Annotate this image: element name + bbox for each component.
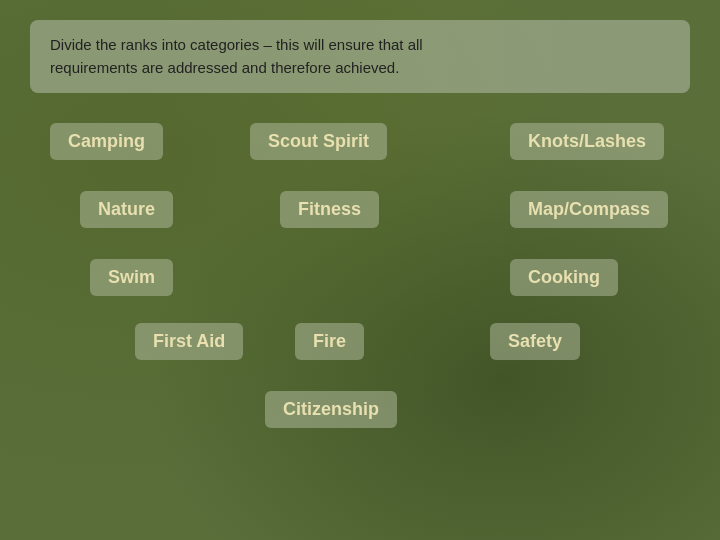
category-label-camping: Camping [50,123,163,160]
categories-area: CampingScout SpiritKnots/LashesNatureFit… [30,123,690,493]
category-label-knots-lashes: Knots/Lashes [510,123,664,160]
main-container: Divide the ranks into categories – this … [0,0,720,540]
category-label-fire: Fire [295,323,364,360]
category-label-fitness: Fitness [280,191,379,228]
category-label-citizenship: Citizenship [265,391,397,428]
category-label-nature: Nature [80,191,173,228]
category-label-cooking: Cooking [510,259,618,296]
header-text: Divide the ranks into categories – this … [50,34,670,79]
category-label-swim: Swim [90,259,173,296]
category-label-first-aid: First Aid [135,323,243,360]
category-label-safety: Safety [490,323,580,360]
category-label-map-compass: Map/Compass [510,191,668,228]
header-line2: requirements are addressed and therefore… [50,59,399,76]
header-box: Divide the ranks into categories – this … [30,20,690,93]
category-label-scout-spirit: Scout Spirit [250,123,387,160]
header-line1: Divide the ranks into categories – this … [50,36,423,53]
